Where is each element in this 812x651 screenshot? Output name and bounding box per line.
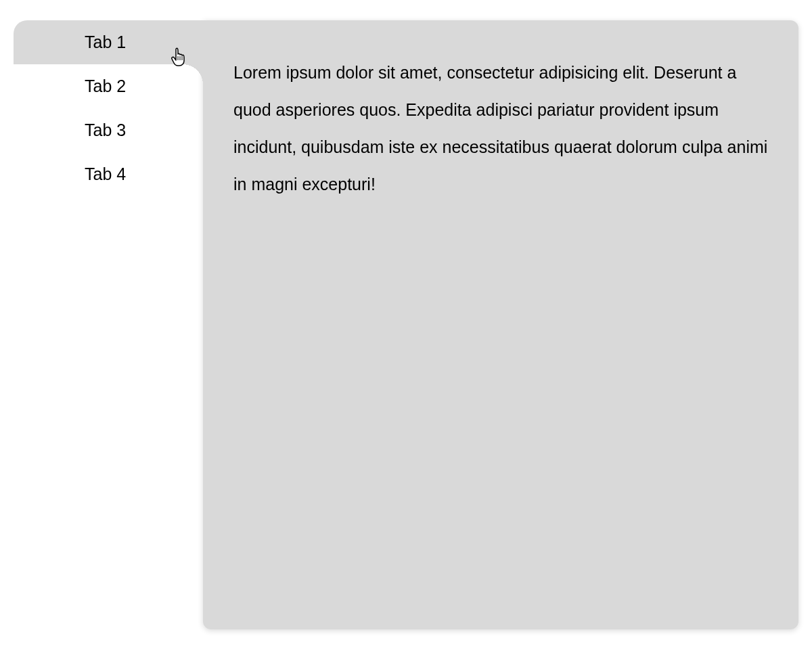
tab-4[interactable]: Tab 4 <box>14 152 203 196</box>
tab-2[interactable]: Tab 2 <box>14 64 203 108</box>
tab-1[interactable]: Tab 1 <box>14 20 203 64</box>
tab-container: Tab 1 Tab 2 Tab 3 Tab 4 Lorem ipsum dolo… <box>14 20 798 629</box>
tab-content-text: Lorem ipsum dolor sit amet, consectetur … <box>233 54 768 203</box>
tab-content-panel: Lorem ipsum dolor sit amet, consectetur … <box>203 20 798 629</box>
tab-list: Tab 1 Tab 2 Tab 3 Tab 4 <box>14 20 203 629</box>
tab-3[interactable]: Tab 3 <box>14 108 203 152</box>
